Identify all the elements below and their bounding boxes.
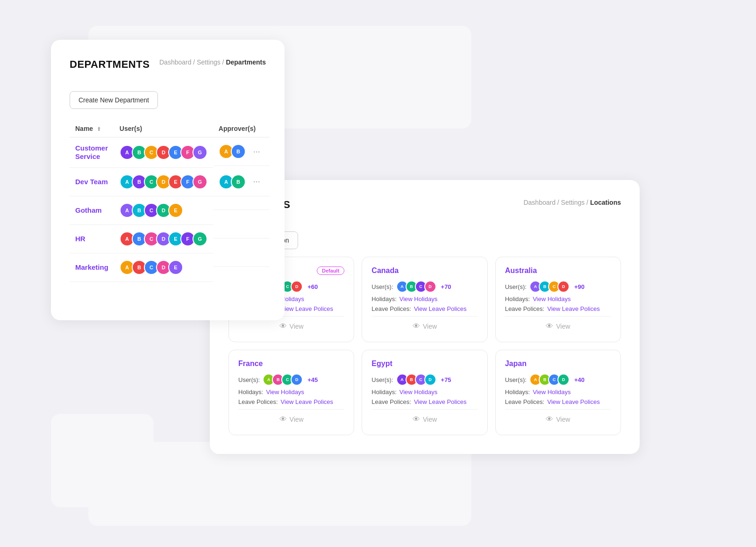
view-leave-link[interactable]: View Leave Polices — [281, 398, 334, 405]
create-department-button[interactable]: Create New Department — [70, 91, 158, 109]
location-user-avatars: ABCD — [529, 281, 570, 293]
avatar: B — [231, 174, 246, 189]
view-holidays-link[interactable]: View Holidays — [533, 389, 571, 396]
table-row: Customer ServiceABCDEFGAB··· — [70, 137, 270, 168]
holidays-label: Holidays: — [505, 295, 530, 302]
plus-count: +40 — [574, 376, 585, 383]
view-leave-link[interactable]: View Leave Polices — [547, 305, 600, 312]
location-user-avatars: ABCD — [396, 374, 436, 386]
plus-count: +75 — [441, 376, 451, 383]
users-label: User(s): — [505, 283, 527, 290]
approver-avatars: AB — [219, 174, 246, 189]
view-leave-link[interactable]: View Leave Polices — [414, 305, 467, 312]
table-row: Dev TeamABCDEFGAB··· — [70, 168, 270, 196]
department-name[interactable]: HR — [75, 235, 86, 243]
avatar: D — [424, 374, 436, 386]
table-row: GothamABCDE — [70, 196, 270, 225]
avatar: D — [557, 374, 570, 386]
eye-icon: 👁 — [279, 415, 287, 424]
col-name[interactable]: Name ⬆ — [70, 120, 114, 137]
breadcrumb-current: Departments — [226, 58, 266, 66]
location-users-row: User(s):ABCD+70 — [371, 281, 478, 293]
approver-avatars: AB — [219, 144, 246, 159]
eye-icon: 👁 — [546, 415, 553, 424]
avatar: G — [193, 145, 207, 160]
department-name[interactable]: Customer Service — [75, 144, 108, 160]
department-name[interactable]: Marketing — [75, 263, 108, 271]
avatar: D — [291, 281, 303, 293]
view-location-button[interactable]: 👁 View — [371, 316, 478, 332]
holidays-label: Holidays: — [371, 389, 396, 396]
location-users-row: User(s):ABCD+90 — [505, 281, 611, 293]
users-label: User(s): — [238, 376, 260, 383]
avatar: D — [291, 374, 303, 386]
location-card-header: Canada — [371, 266, 478, 275]
view-location-button[interactable]: 👁 View — [371, 409, 478, 425]
avatar: D — [424, 281, 436, 293]
eye-icon: 👁 — [279, 322, 287, 331]
user-avatars: ABCDEFG — [120, 145, 207, 160]
users-label: User(s): — [371, 376, 393, 383]
location-card: EgyptUser(s):ABCD+75Holidays: View Holid… — [362, 350, 487, 435]
default-badge: Default — [317, 266, 344, 275]
holidays-label: Holidays: — [238, 389, 263, 396]
locations-grid: USADefaultUser(s):ABCD+60Holidays: View … — [228, 257, 621, 435]
location-leave-row: Leave Polices: View Leave Polices — [238, 398, 344, 405]
plus-count: +90 — [574, 283, 585, 290]
location-name[interactable]: Egypt — [371, 360, 392, 368]
location-holidays-row: Holidays: View Holidays — [505, 389, 611, 396]
more-options-button[interactable]: ··· — [250, 147, 264, 157]
location-leave-row: Leave Polices: View Leave Polices — [505, 398, 611, 405]
location-user-avatars: ABCD — [396, 281, 436, 293]
department-name[interactable]: Dev Team — [75, 178, 108, 186]
avatar: G — [193, 174, 207, 189]
location-leave-row: Leave Polices: View Leave Polices — [371, 305, 478, 312]
view-leave-link[interactable]: View Leave Polices — [281, 305, 334, 312]
location-name[interactable]: Australia — [505, 266, 537, 275]
view-location-button[interactable]: 👁 View — [238, 409, 344, 425]
view-location-button[interactable]: 👁 View — [505, 409, 611, 425]
plus-count: +70 — [441, 283, 451, 290]
view-leave-link[interactable]: View Leave Polices — [547, 398, 600, 405]
department-name[interactable]: Gotham — [75, 206, 102, 214]
leave-label: Leave Polices: — [505, 305, 545, 312]
location-name[interactable]: Japan — [505, 360, 527, 368]
locations-breadcrumb: Dashboard / Settings / Locations — [523, 199, 621, 206]
location-card-header: Australia — [505, 266, 611, 275]
location-card-header: France — [238, 360, 344, 368]
view-holidays-link[interactable]: View Holidays — [533, 295, 571, 302]
more-options-button[interactable]: ··· — [250, 177, 264, 187]
leave-label: Leave Polices: — [238, 398, 278, 405]
location-name[interactable]: Canada — [371, 266, 399, 275]
eye-icon: 👁 — [546, 322, 553, 331]
avatar: E — [168, 260, 183, 275]
location-card: CanadaUser(s):ABCD+70Holidays: View Holi… — [362, 257, 487, 342]
location-leave-row: Leave Polices: View Leave Polices — [371, 398, 478, 405]
location-user-avatars: ABCD — [529, 374, 570, 386]
location-leave-row: Leave Polices: View Leave Polices — [505, 305, 611, 312]
location-user-avatars: ABCD — [263, 374, 303, 386]
avatar: D — [557, 281, 570, 293]
departments-title: DEPARTMENTS — [70, 58, 150, 71]
avatar: B — [231, 144, 246, 159]
departments-breadcrumb: Dashboard / Settings / Departments — [159, 58, 266, 66]
location-users-row: User(s):ABCD+40 — [505, 374, 611, 386]
user-avatars: ABCDE — [120, 203, 207, 218]
view-holidays-link[interactable]: View Holidays — [266, 389, 304, 396]
sort-icon: ⬆ — [97, 126, 101, 132]
users-label: User(s): — [505, 376, 527, 383]
location-card-header: Japan — [505, 360, 611, 368]
location-users-row: User(s):ABCD+45 — [238, 374, 344, 386]
avatar: E — [168, 203, 183, 218]
leave-label: Leave Polices: — [371, 398, 411, 405]
view-leave-link[interactable]: View Leave Polices — [414, 398, 467, 405]
departments-table: Name ⬆ User(s) Approver(s) Customer Serv… — [70, 120, 270, 282]
view-holidays-link[interactable]: View Holidays — [399, 389, 437, 396]
eye-icon: 👁 — [413, 415, 420, 424]
plus-count: +45 — [307, 376, 318, 383]
view-location-button[interactable]: 👁 View — [505, 316, 611, 332]
view-holidays-link[interactable]: View Holidays — [399, 295, 437, 302]
col-approvers: Approver(s) — [213, 120, 270, 137]
location-name[interactable]: France — [238, 360, 263, 368]
holidays-label: Holidays: — [371, 295, 396, 302]
